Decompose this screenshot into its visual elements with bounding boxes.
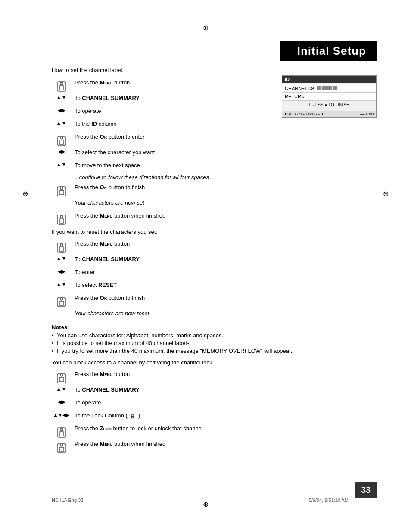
note-2: It is possible to set the maximum of 40 … — [52, 340, 377, 346]
svg-point-19 — [60, 374, 63, 376]
corner-mark-br2 — [377, 506, 385, 506]
updown-arrows-2: ▲▼ — [56, 121, 67, 126]
page-number: 33 — [355, 482, 377, 498]
instr-text-9: Your characters are now set — [71, 199, 377, 207]
icon-leftright-1: ◀▶ — [52, 107, 71, 113]
leftright-arrows-lock-1: ◀▶ — [58, 399, 65, 404]
continue-text: ...continue to follow these directions f… — [75, 174, 377, 180]
svg-point-13 — [60, 243, 63, 246]
crosshair-top: ⊕ — [203, 24, 209, 32]
icon-remote-4 — [52, 212, 71, 225]
icon-remote-2 — [52, 133, 71, 146]
instr-text-7: To move to the next space — [71, 161, 377, 170]
updown-arrows-4: ▲▼ — [56, 256, 67, 261]
instr-text-15: Press the Ok button to finish — [71, 294, 377, 302]
notes-section: Notes: You can use characters for: Alpha… — [52, 324, 377, 354]
corner-mark-tl — [26, 26, 26, 34]
footer-right: 5/6/04, 9:51:10 AM — [309, 498, 349, 503]
crosshair-right: ⊕ — [383, 190, 389, 198]
footer-left: HD-ILA Eng 33 — [52, 498, 83, 503]
updown-arrows-lock-1: ▲▼ — [56, 386, 67, 392]
crosshair-left: ⊕ — [22, 190, 28, 198]
icon-remote-1 — [52, 78, 71, 92]
instr-row-3: ◀▶ To operate — [52, 107, 377, 118]
svg-rect-14 — [59, 247, 64, 251]
svg-rect-28 — [59, 447, 64, 451]
icon-leftright-3: ◀▶ — [52, 268, 71, 274]
icon-leftright-lock-1: ◀▶ — [52, 398, 71, 404]
icon-remote-lock-1 — [52, 370, 71, 384]
instr-row-4: ▲▼ To the ID column — [52, 120, 377, 131]
instr-text-13: To enter — [71, 268, 377, 277]
svg-rect-8 — [59, 190, 64, 195]
instr-row-1: Press the Menu button — [52, 78, 377, 92]
instr-row-10: Press the Menu button when finished — [52, 212, 377, 225]
instr-row-2: ▲▼ To CHANNEL SUMMARY — [52, 94, 377, 105]
corner-mark-tr2 — [377, 26, 385, 26]
updown-arrows-5: ▲▼ — [56, 282, 67, 287]
instr-text-3: To operate — [71, 107, 377, 115]
instr-text-lock-1: Press the Menu button — [71, 370, 377, 379]
icon-updown-lock-1: ▲▼ — [52, 386, 71, 392]
instr-row-15: Press the Ok button to finish — [52, 294, 377, 308]
instr-text-5: Press the Ok button to enter — [71, 133, 377, 141]
icon-all-lock: ▲▼◀▶ — [52, 411, 71, 418]
svg-rect-20 — [59, 377, 64, 382]
icon-updown-5: ▲▼ — [52, 281, 71, 287]
instr-row-14: ▲▼ To select RESET — [52, 281, 377, 292]
icon-remote-lock-3 — [52, 440, 71, 454]
instr-text-10: Press the Menu button when finished — [71, 212, 377, 220]
instr-row-6: ◀▶ To select the character you want — [52, 148, 377, 159]
instr-row-13: ◀▶ To enter — [52, 268, 377, 279]
leftright-arrows-2: ◀▶ — [58, 149, 65, 154]
svg-rect-25 — [59, 432, 64, 436]
svg-point-10 — [60, 215, 63, 218]
instr-text-12: To CHANNEL SUMMARY — [71, 255, 377, 264]
instr-text-6: To select the character you want — [71, 148, 377, 157]
icon-updown-2: ▲▼ — [52, 120, 71, 126]
page-title: Initial Setup — [280, 41, 377, 61]
reset-intro: If you want to reset the characters you … — [52, 229, 377, 235]
icon-empty-2 — [52, 309, 71, 310]
instr-row-lock-3: ◀▶ To operate — [52, 398, 377, 410]
svg-rect-11 — [59, 219, 64, 223]
instr-row-lock-5: Press the Zero button to lock or unlock … — [52, 424, 377, 438]
svg-point-22 — [132, 417, 134, 418]
instr-text-14: To select RESET — [71, 281, 377, 289]
instr-row-16: Your characters are now reset — [52, 309, 377, 320]
note-1: You can use characters for: Alphabet, nu… — [52, 332, 377, 339]
icon-remote-3 — [52, 183, 71, 197]
notes-list: You can use characters for: Alphabet, nu… — [52, 332, 377, 354]
leftright-arrows-1: ◀▶ — [58, 108, 65, 113]
icon-empty-1 — [52, 199, 71, 199]
instr-row-lock-1: Press the Menu button — [52, 370, 377, 384]
note-3: If you try to set more than the 40 maxim… — [52, 348, 377, 354]
instr-row-12: ▲▼ To CHANNEL SUMMARY — [52, 255, 377, 266]
instr-row-11: Press the Menu button — [52, 240, 377, 253]
corner-mark-br — [385, 498, 385, 506]
all-arrows: ▲▼◀▶ — [53, 412, 70, 418]
instr-text-8: Press the Ok button to finish — [71, 183, 377, 192]
icon-updown-3: ▲▼ — [52, 161, 71, 167]
instr-text-lock-6: Press the Menu button when finished — [71, 440, 377, 448]
corner-mark-bl2 — [26, 506, 34, 506]
instr-row-lock-4: ▲▼◀▶ To the Lock Column ( ) — [52, 411, 377, 423]
instr-text-2: To CHANNEL SUMMARY — [71, 94, 377, 103]
icon-updown-4: ▲▼ — [52, 255, 71, 261]
icon-remote-5 — [52, 240, 71, 253]
svg-point-4 — [60, 137, 63, 139]
instr-text-4: To the ID column — [71, 120, 377, 128]
leftright-arrows-3: ◀▶ — [58, 269, 65, 274]
svg-rect-2 — [59, 86, 64, 90]
notes-title: Notes: — [52, 324, 377, 330]
instr-text-lock-4: To the Lock Column ( ) — [71, 411, 377, 420]
corner-mark-tl2 — [26, 26, 34, 26]
icon-updown-1: ▲▼ — [52, 94, 71, 100]
main-content: How to set the channel label. Press the … — [52, 67, 377, 455]
instr-text-lock-5: Press the Zero button to lock or unlock … — [71, 424, 377, 433]
svg-point-27 — [60, 444, 63, 446]
icon-remote-6 — [52, 294, 71, 308]
icon-remote-lock-2 — [52, 424, 71, 438]
instr-text-1: Press the Menu button — [71, 78, 377, 87]
instr-row-5: Press the Ok button to enter — [52, 133, 377, 146]
